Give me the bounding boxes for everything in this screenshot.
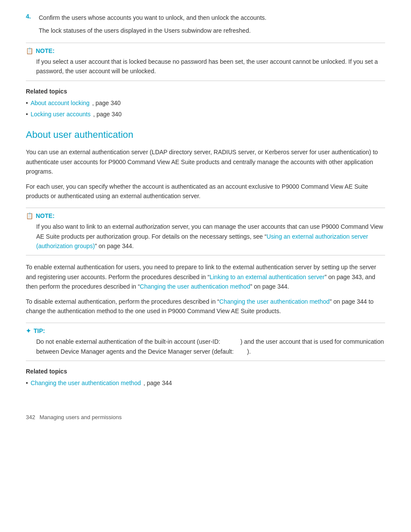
related-topics-1: Related topics • About account locking, …	[26, 88, 385, 119]
related-link-1b[interactable]: Locking user accounts	[31, 109, 90, 119]
body-para-1: You can use an external authentication s…	[26, 147, 385, 176]
note-header-2: 📋 NOTE:	[26, 212, 385, 219]
tip-icon: ✦	[26, 327, 31, 334]
bullet-3: •	[26, 378, 28, 388]
related-text-1a: , page 340	[92, 98, 121, 108]
footer: 342 Managing users and permissions	[26, 414, 385, 420]
para4-link[interactable]: Changing the user authentication method	[219, 298, 330, 305]
note2-end: ” on page 344.	[95, 243, 134, 249]
para4-before: To disable external authentication, perf…	[26, 298, 219, 305]
para3-link2[interactable]: Changing the user authentication method	[140, 283, 250, 290]
bullet-2: •	[26, 109, 28, 119]
tip-box: ✦ TIP: Do not enable external authentica…	[26, 323, 385, 361]
para3-link1[interactable]: Linking to an external authentication se…	[209, 274, 324, 280]
note-icon-1: 📋	[26, 47, 33, 54]
related-item-2: • Locking user accounts, page 340	[26, 109, 385, 119]
related-topics-title-1: Related topics	[26, 88, 385, 95]
note-label-1: NOTE:	[36, 47, 55, 54]
bullet-1: •	[26, 98, 28, 108]
step-text: Confirm the users whose accounts you wan…	[39, 13, 385, 22]
related-link-1a[interactable]: About account locking	[31, 98, 90, 108]
para3-end: ” on page 344.	[250, 283, 289, 290]
related-text-2a: , page 344	[143, 378, 172, 388]
step-subtext: The lock statuses of the users displayed…	[39, 26, 385, 35]
step-number: 4.	[26, 13, 34, 22]
footer-page: 342	[26, 414, 35, 420]
related-topics-2: Related topics • Changing the user authe…	[26, 368, 385, 388]
footer-text: Managing users and permissions	[40, 414, 122, 420]
note-label-2: NOTE:	[36, 212, 55, 219]
tip-body: Do not enable external authentication of…	[36, 337, 385, 356]
related-list-1: • About account locking, page 340 • Lock…	[26, 98, 385, 119]
body-para-3: To enable external authentication for us…	[26, 262, 385, 291]
step-4: 4. Confirm the users whose accounts you …	[26, 13, 385, 22]
note-box-2: 📋 NOTE: If you also want to link to an e…	[26, 208, 385, 255]
tip-label: TIP:	[34, 327, 45, 334]
note-icon-2: 📋	[26, 212, 33, 219]
related-item-1: • About account locking, page 340	[26, 98, 385, 108]
note2-italic: authorization	[135, 223, 170, 230]
note-body-2: If you also want to link to an external …	[36, 222, 385, 251]
body-para-2: For each user, you can specify whether t…	[26, 182, 385, 201]
note-body-1: If you select a user account that is loc…	[36, 57, 385, 76]
body-para-4: To disable external authentication, perf…	[26, 297, 385, 316]
section-heading: About user authentication	[26, 129, 385, 140]
related-text-1b: , page 340	[93, 109, 121, 119]
related-link-2a[interactable]: Changing the user authentication method	[31, 378, 141, 388]
related-topics-title-2: Related topics	[26, 368, 385, 375]
tip-header: ✦ TIP:	[26, 327, 385, 334]
related-item-3: • Changing the user authentication metho…	[26, 378, 385, 388]
note-box-1: 📋 NOTE: If you select a user account tha…	[26, 43, 385, 81]
note-header-1: 📋 NOTE:	[26, 47, 385, 54]
note2-before: If you also want to link to an external	[36, 223, 135, 230]
related-list-2: • Changing the user authentication metho…	[26, 378, 385, 388]
